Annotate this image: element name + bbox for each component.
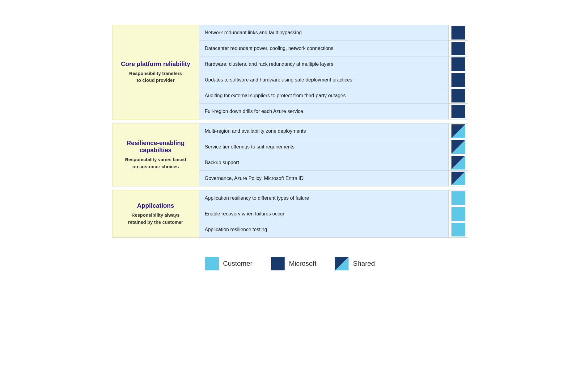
section-rows-core-platform: Network redundant links and fault bypass… (199, 25, 468, 119)
shared-icon (451, 140, 465, 154)
microsoft-icon (451, 105, 465, 118)
row-text: Backup support (199, 155, 449, 170)
section-rows-resilience-enabling: Multi-region and availability zone deplo… (199, 123, 468, 186)
section-label-applications: ApplicationsResponsibility alwaysretaine… (112, 190, 199, 238)
row-text: Service tier offerings to suit requireme… (199, 139, 449, 155)
section-label-resilience-enabling: Resilience-enabling capabiltiesResponsib… (112, 123, 199, 186)
shared-icon (451, 124, 465, 138)
row-text: Governance, Azure Policy, Microsoft Entr… (199, 171, 449, 186)
table-row: Backup support (199, 155, 468, 171)
section-rows-applications: Application resiliency to different type… (199, 190, 468, 238)
customer-icon (451, 223, 465, 236)
section-subtitle-resilience-enabling: Responsibility varies basedon customer c… (125, 156, 186, 170)
row-text: Full-region down drills for each Azure s… (199, 104, 449, 119)
row-text: Hardware, clusters, and rack redundancy … (199, 56, 449, 72)
microsoft-icon (451, 89, 465, 102)
shared-icon (451, 172, 465, 185)
table-row: Service tier offerings to suit requireme… (199, 139, 468, 155)
microsoft-icon (451, 42, 465, 55)
section-title-applications: Applications (137, 202, 174, 209)
customer-icon (451, 207, 465, 221)
row-text: Network redundant links and fault bypass… (199, 25, 449, 40)
table-row: Datacenter redundant power, cooling, net… (199, 41, 468, 56)
table-row: Multi-region and availability zone deplo… (199, 123, 468, 139)
table-row: Full-region down drills for each Azure s… (199, 104, 468, 119)
legend-shared-icon (335, 257, 349, 270)
row-text: Application resiliency to different type… (199, 190, 449, 206)
row-text: Auditing for external suppliers to prote… (199, 88, 449, 103)
section-title-core-platform: Core platform reliability (121, 60, 190, 68)
section-subtitle-applications: Responsibility alwaysretained by the cus… (128, 212, 183, 226)
microsoft-icon (451, 57, 465, 71)
shared-icon (451, 156, 465, 169)
section-applications: ApplicationsResponsibility alwaysretaine… (112, 190, 468, 238)
legend-label-customer: Customer (223, 260, 252, 268)
row-text: Application resilience testing (199, 222, 449, 237)
row-text: Enable recovery when failures occur (199, 206, 449, 222)
customer-icon (451, 191, 465, 205)
table-row: Auditing for external suppliers to prote… (199, 88, 468, 104)
table-row: Hardware, clusters, and rack redundancy … (199, 56, 468, 72)
legend-label-microsoft: Microsoft (289, 260, 316, 268)
legend-item-shared: Shared (335, 257, 375, 270)
legend-item-microsoft: Microsoft (271, 257, 316, 270)
legend-item-customer: Customer (205, 257, 252, 270)
section-core-platform: Core platform reliabilityResponsibility … (112, 25, 468, 119)
table-row: Network redundant links and fault bypass… (199, 25, 468, 41)
legend: CustomerMicrosoftShared (205, 257, 375, 270)
main-content: Core platform reliabilityResponsibility … (112, 25, 468, 241)
section-subtitle-core-platform: Responsibility transfersto cloud provide… (129, 70, 182, 84)
row-text: Multi-region and availability zone deplo… (199, 123, 449, 139)
section-label-core-platform: Core platform reliabilityResponsibility … (112, 25, 199, 119)
table-row: Enable recovery when failures occur (199, 206, 468, 222)
table-row: Governance, Azure Policy, Microsoft Entr… (199, 171, 468, 186)
row-text: Datacenter redundant power, cooling, net… (199, 41, 449, 56)
microsoft-icon (451, 26, 465, 40)
section-resilience-enabling: Resilience-enabling capabiltiesResponsib… (112, 123, 468, 186)
section-title-resilience-enabling: Resilience-enabling capabilties (118, 140, 193, 154)
table-row: Updates to software and hardware using s… (199, 72, 468, 88)
table-row: Application resilience testing (199, 222, 468, 238)
legend-label-shared: Shared (353, 260, 375, 268)
microsoft-icon (451, 73, 465, 87)
legend-customer-icon (205, 257, 219, 270)
table-row: Application resiliency to different type… (199, 190, 468, 206)
row-text: Updates to software and hardware using s… (199, 72, 449, 88)
legend-microsoft-icon (271, 257, 285, 270)
